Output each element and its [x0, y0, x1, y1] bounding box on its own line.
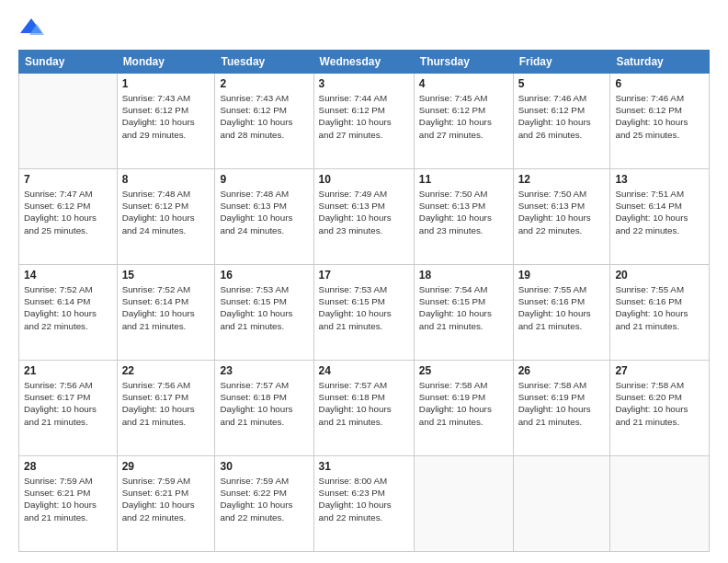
calendar-cell: 21Sunrise: 7:56 AMSunset: 6:17 PMDayligh…	[19, 361, 118, 456]
day-detail: Sunrise: 7:48 AMSunset: 6:13 PMDaylight:…	[220, 188, 308, 236]
day-number: 28	[24, 460, 112, 473]
header-sunday: Sunday	[19, 51, 118, 74]
day-detail: Sunrise: 7:52 AMSunset: 6:14 PMDaylight:…	[24, 283, 112, 332]
day-number: 22	[122, 364, 210, 377]
calendar-cell: 3Sunrise: 7:44 AMSunset: 6:12 PMDaylight…	[313, 74, 414, 169]
calendar-week-row: 14Sunrise: 7:52 AMSunset: 6:14 PMDayligh…	[19, 265, 710, 361]
calendar-week-row: 7Sunrise: 7:47 AMSunset: 6:12 PMDaylight…	[19, 169, 710, 265]
calendar-cell: 11Sunrise: 7:50 AMSunset: 6:13 PMDayligh…	[414, 169, 513, 265]
day-number: 17	[319, 269, 409, 282]
calendar-cell	[19, 74, 118, 169]
day-number: 9	[220, 173, 308, 186]
day-number: 6	[615, 77, 704, 90]
header-saturday: Saturday	[610, 51, 710, 74]
calendar-header-row: SundayMondayTuesdayWednesdayThursdayFrid…	[19, 51, 710, 74]
day-detail: Sunrise: 7:49 AMSunset: 6:13 PMDaylight:…	[319, 188, 409, 236]
calendar-cell: 25Sunrise: 7:58 AMSunset: 6:19 PMDayligh…	[414, 361, 513, 456]
day-detail: Sunrise: 7:46 AMSunset: 6:12 PMDaylight:…	[518, 92, 606, 141]
logo	[18, 15, 48, 40]
day-detail: Sunrise: 7:50 AMSunset: 6:13 PMDaylight:…	[518, 188, 606, 236]
day-number: 26	[518, 364, 606, 377]
calendar-cell: 2Sunrise: 7:43 AMSunset: 6:12 PMDaylight…	[215, 74, 313, 169]
calendar-cell	[610, 456, 710, 552]
calendar-cell: 26Sunrise: 7:58 AMSunset: 6:19 PMDayligh…	[513, 361, 610, 456]
day-number: 31	[319, 460, 409, 473]
calendar-cell: 7Sunrise: 7:47 AMSunset: 6:12 PMDaylight…	[19, 169, 118, 265]
day-detail: Sunrise: 7:57 AMSunset: 6:18 PMDaylight:…	[319, 379, 409, 428]
calendar-table: SundayMondayTuesdayWednesdayThursdayFrid…	[18, 50, 710, 552]
day-detail: Sunrise: 7:53 AMSunset: 6:15 PMDaylight:…	[220, 283, 308, 332]
header-thursday: Thursday	[414, 51, 513, 74]
calendar-cell	[414, 456, 513, 552]
calendar-week-row: 1Sunrise: 7:43 AMSunset: 6:12 PMDaylight…	[19, 74, 710, 169]
calendar-cell: 9Sunrise: 7:48 AMSunset: 6:13 PMDaylight…	[215, 169, 313, 265]
day-number: 15	[122, 269, 210, 282]
calendar-cell: 19Sunrise: 7:55 AMSunset: 6:16 PMDayligh…	[513, 265, 610, 361]
calendar-cell: 24Sunrise: 7:57 AMSunset: 6:18 PMDayligh…	[313, 361, 414, 456]
day-number: 16	[220, 269, 308, 282]
day-number: 1	[122, 77, 210, 90]
calendar-cell: 16Sunrise: 7:53 AMSunset: 6:15 PMDayligh…	[215, 265, 313, 361]
day-number: 2	[220, 77, 308, 90]
calendar-cell: 13Sunrise: 7:51 AMSunset: 6:14 PMDayligh…	[610, 169, 710, 265]
page: SundayMondayTuesdayWednesdayThursdayFrid…	[0, 0, 728, 563]
header-wednesday: Wednesday	[313, 51, 414, 74]
day-number: 5	[518, 77, 606, 90]
day-detail: Sunrise: 7:51 AMSunset: 6:14 PMDaylight:…	[615, 188, 704, 236]
calendar-cell: 27Sunrise: 7:58 AMSunset: 6:20 PMDayligh…	[610, 361, 710, 456]
day-detail: Sunrise: 7:43 AMSunset: 6:12 PMDaylight:…	[122, 92, 210, 141]
day-number: 14	[24, 269, 112, 282]
day-number: 23	[220, 364, 308, 377]
day-detail: Sunrise: 8:00 AMSunset: 6:23 PMDaylight:…	[319, 475, 409, 523]
calendar-cell: 15Sunrise: 7:52 AMSunset: 6:14 PMDayligh…	[117, 265, 215, 361]
day-number: 7	[24, 173, 112, 186]
day-detail: Sunrise: 7:45 AMSunset: 6:12 PMDaylight:…	[419, 92, 508, 141]
calendar-cell: 4Sunrise: 7:45 AMSunset: 6:12 PMDaylight…	[414, 74, 513, 169]
day-detail: Sunrise: 7:58 AMSunset: 6:19 PMDaylight:…	[518, 379, 606, 428]
day-detail: Sunrise: 7:46 AMSunset: 6:12 PMDaylight:…	[615, 92, 704, 141]
day-detail: Sunrise: 7:55 AMSunset: 6:16 PMDaylight:…	[518, 283, 606, 332]
day-number: 18	[419, 269, 508, 282]
day-detail: Sunrise: 7:43 AMSunset: 6:12 PMDaylight:…	[220, 92, 308, 141]
day-number: 8	[122, 173, 210, 186]
day-detail: Sunrise: 7:50 AMSunset: 6:13 PMDaylight:…	[419, 188, 508, 236]
day-number: 10	[319, 173, 409, 186]
header	[18, 15, 710, 40]
day-number: 20	[615, 269, 704, 282]
day-detail: Sunrise: 7:59 AMSunset: 6:22 PMDaylight:…	[220, 475, 308, 523]
calendar-cell	[513, 456, 610, 552]
day-detail: Sunrise: 7:58 AMSunset: 6:19 PMDaylight:…	[419, 379, 508, 428]
calendar-cell: 12Sunrise: 7:50 AMSunset: 6:13 PMDayligh…	[513, 169, 610, 265]
day-number: 12	[518, 173, 606, 186]
calendar-cell: 1Sunrise: 7:43 AMSunset: 6:12 PMDaylight…	[117, 74, 215, 169]
header-tuesday: Tuesday	[215, 51, 313, 74]
calendar-cell: 28Sunrise: 7:59 AMSunset: 6:21 PMDayligh…	[19, 456, 118, 552]
day-detail: Sunrise: 7:58 AMSunset: 6:20 PMDaylight:…	[615, 379, 704, 428]
day-detail: Sunrise: 7:53 AMSunset: 6:15 PMDaylight:…	[319, 283, 409, 332]
day-detail: Sunrise: 7:44 AMSunset: 6:12 PMDaylight:…	[319, 92, 409, 141]
calendar-cell: 8Sunrise: 7:48 AMSunset: 6:12 PMDaylight…	[117, 169, 215, 265]
calendar-cell: 22Sunrise: 7:56 AMSunset: 6:17 PMDayligh…	[117, 361, 215, 456]
day-number: 4	[419, 77, 508, 90]
calendar-week-row: 28Sunrise: 7:59 AMSunset: 6:21 PMDayligh…	[19, 456, 710, 552]
calendar-cell: 31Sunrise: 8:00 AMSunset: 6:23 PMDayligh…	[313, 456, 414, 552]
day-detail: Sunrise: 7:56 AMSunset: 6:17 PMDaylight:…	[122, 379, 210, 428]
day-number: 24	[319, 364, 409, 377]
day-detail: Sunrise: 7:48 AMSunset: 6:12 PMDaylight:…	[122, 188, 210, 236]
header-monday: Monday	[117, 51, 215, 74]
day-detail: Sunrise: 7:57 AMSunset: 6:18 PMDaylight:…	[220, 379, 308, 428]
day-detail: Sunrise: 7:56 AMSunset: 6:17 PMDaylight:…	[24, 379, 112, 428]
calendar-cell: 10Sunrise: 7:49 AMSunset: 6:13 PMDayligh…	[313, 169, 414, 265]
day-detail: Sunrise: 7:52 AMSunset: 6:14 PMDaylight:…	[122, 283, 210, 332]
day-number: 21	[24, 364, 112, 377]
day-detail: Sunrise: 7:55 AMSunset: 6:16 PMDaylight:…	[615, 283, 704, 332]
calendar-cell: 17Sunrise: 7:53 AMSunset: 6:15 PMDayligh…	[313, 265, 414, 361]
calendar-cell: 6Sunrise: 7:46 AMSunset: 6:12 PMDaylight…	[610, 74, 710, 169]
day-number: 25	[419, 364, 508, 377]
day-number: 13	[615, 173, 704, 186]
day-detail: Sunrise: 7:59 AMSunset: 6:21 PMDaylight:…	[24, 475, 112, 523]
day-number: 11	[419, 173, 508, 186]
day-detail: Sunrise: 7:59 AMSunset: 6:21 PMDaylight:…	[122, 475, 210, 523]
calendar-cell: 29Sunrise: 7:59 AMSunset: 6:21 PMDayligh…	[117, 456, 215, 552]
calendar-cell: 18Sunrise: 7:54 AMSunset: 6:15 PMDayligh…	[414, 265, 513, 361]
